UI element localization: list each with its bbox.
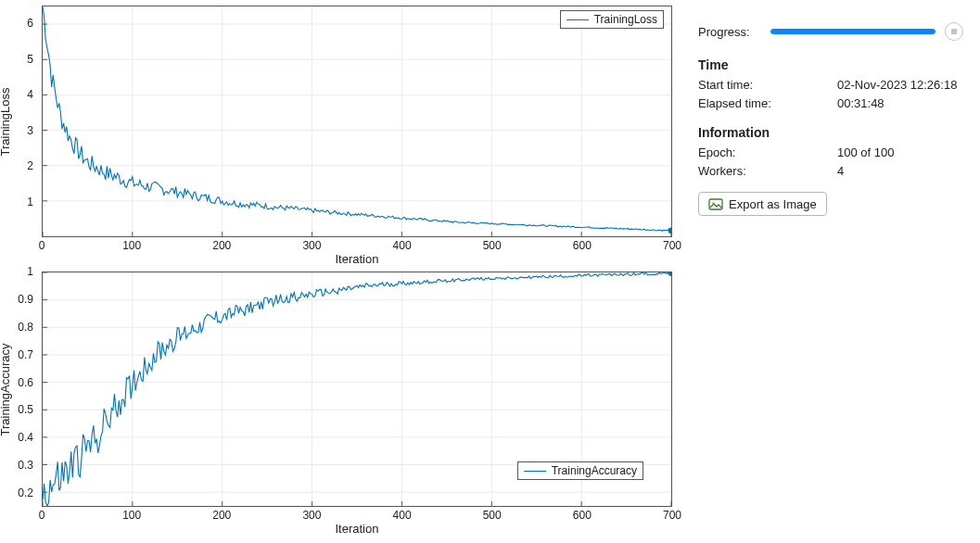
- legend-acc: TrainingAccuracy: [517, 461, 643, 480]
- legend-label-acc: TrainingAccuracy: [552, 464, 637, 477]
- y-tick: 0.6: [18, 376, 33, 389]
- workers-label: Workers:: [698, 164, 837, 178]
- y-tick: 3: [27, 124, 33, 137]
- workers-value: 4: [837, 164, 963, 178]
- start-time-label: Start time:: [698, 78, 837, 92]
- x-tick: 200: [212, 239, 231, 252]
- x-tick: 0: [39, 239, 45, 252]
- y-tick: 1: [27, 265, 33, 278]
- side-panel: Progress: Time Start time: 02-Nov-2023 1…: [681, 0, 980, 543]
- x-tick: 100: [122, 509, 141, 522]
- row-workers: Workers: 4: [698, 164, 963, 178]
- chart-training-loss: TrainingLoss 123456 TrainingLoss 0100200…: [0, 0, 681, 269]
- epoch-label: Epoch:: [698, 145, 837, 159]
- y-ticks-acc: 0.20.30.40.50.60.70.80.91: [0, 272, 37, 507]
- epoch-value: 100 of 100: [837, 145, 963, 159]
- export-icon: [708, 196, 723, 211]
- svg-point-63: [668, 272, 671, 276]
- export-as-image-button[interactable]: Export as Image: [698, 192, 827, 216]
- chart-training-accuracy: TrainingAccuracy 0.20.30.40.50.60.70.80.…: [0, 272, 681, 540]
- elapsed-time-label: Elapsed time:: [698, 96, 837, 110]
- legend-swatch: [566, 19, 589, 20]
- row-start-time: Start time: 02-Nov-2023 12:26:18: [698, 78, 963, 92]
- progress-bar-fill: [770, 29, 935, 34]
- export-label: Export as Image: [729, 197, 817, 211]
- x-tick: 600: [573, 239, 592, 252]
- svg-point-28: [668, 227, 671, 234]
- legend-label-loss: TrainingLoss: [594, 13, 657, 26]
- progress-label: Progress:: [698, 25, 770, 39]
- progress-row: Progress:: [698, 22, 963, 41]
- y-tick: 0.8: [18, 321, 33, 334]
- y-tick: 1: [27, 196, 33, 208]
- plot-area-loss[interactable]: TrainingLoss: [42, 6, 672, 237]
- x-tick: 600: [573, 509, 592, 522]
- y-tick: 0.7: [18, 348, 33, 361]
- x-axis-label-loss: Iteration: [42, 252, 672, 266]
- y-tick: 4: [27, 88, 33, 101]
- x-tick: 200: [212, 509, 231, 522]
- stop-button[interactable]: [945, 22, 963, 41]
- time-header: Time: [698, 57, 963, 72]
- x-tick: 400: [393, 509, 412, 522]
- y-tick: 5: [27, 53, 33, 66]
- x-axis-label-acc: Iteration: [42, 522, 672, 536]
- x-tick: 400: [393, 239, 412, 252]
- x-tick: 500: [483, 509, 502, 522]
- app-root: TrainingLoss 123456 TrainingLoss 0100200…: [0, 0, 980, 543]
- y-tick: 2: [27, 159, 33, 172]
- y-tick: 0.9: [18, 293, 33, 306]
- x-tick: 700: [663, 509, 681, 522]
- stop-icon: [951, 29, 957, 34]
- charts-panel: TrainingLoss 123456 TrainingLoss 0100200…: [0, 0, 681, 543]
- legend-swatch: [524, 471, 546, 472]
- x-tick: 300: [302, 239, 321, 252]
- y-tick: 0.3: [18, 459, 33, 472]
- row-elapsed-time: Elapsed time: 00:31:48: [698, 96, 963, 110]
- x-tick: 500: [483, 239, 502, 252]
- x-tick: 0: [39, 509, 45, 522]
- info-header: Information: [698, 125, 963, 140]
- progress-bar: [770, 29, 935, 34]
- svg-rect-64: [709, 199, 722, 209]
- x-tick: 700: [663, 239, 681, 252]
- y-tick: 6: [27, 17, 33, 30]
- y-ticks-loss: 123456: [0, 6, 37, 237]
- row-epoch: Epoch: 100 of 100: [698, 145, 963, 159]
- x-tick: 300: [302, 509, 321, 522]
- y-tick: 0.2: [18, 486, 33, 499]
- y-tick: 0.4: [18, 431, 33, 444]
- legend-loss: TrainingLoss: [560, 10, 664, 29]
- start-time-value: 02-Nov-2023 12:26:18: [837, 78, 963, 92]
- plot-area-acc[interactable]: TrainingAccuracy: [42, 272, 672, 507]
- y-tick: 0.5: [18, 403, 33, 416]
- x-tick: 100: [122, 239, 141, 252]
- elapsed-time-value: 00:31:48: [837, 96, 963, 110]
